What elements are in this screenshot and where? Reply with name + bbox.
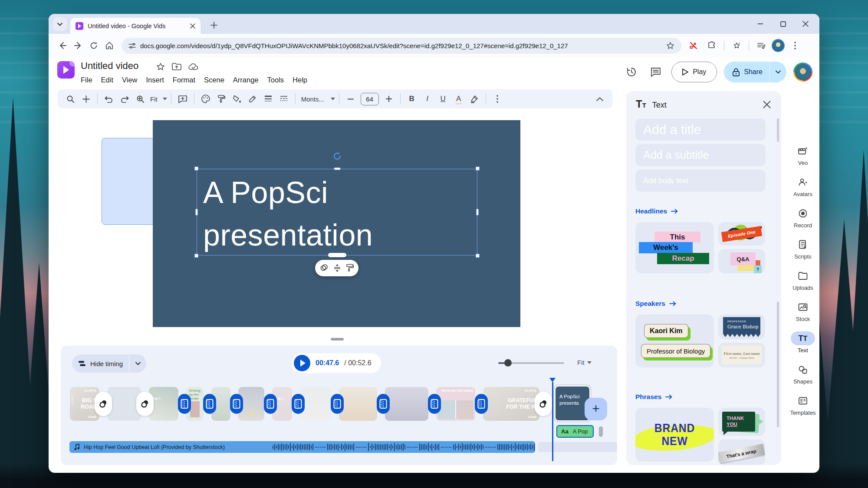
- rail-item-scripts[interactable]: Scripts: [786, 238, 819, 260]
- resize-handle-nw[interactable]: [194, 167, 198, 170]
- menu-tools[interactable]: Tools: [263, 75, 289, 85]
- tab-close-icon[interactable]: [190, 23, 195, 29]
- scene-thumbnail-11[interactable]: Moments that matter: [436, 387, 475, 421]
- headline-qa-template[interactable]: Q&A ?: [718, 249, 765, 273]
- collapse-toolbar-chevron-icon[interactable]: [592, 92, 607, 106]
- dissolve-transition-icon[interactable]: [230, 394, 243, 414]
- highlight-color-icon[interactable]: [467, 92, 482, 106]
- address-bar[interactable]: docs.google.com/videos/d/1ydp_Q8VFdQTHux…: [122, 38, 681, 54]
- share-dropdown-caret-icon[interactable]: [770, 70, 786, 74]
- format-paint-icon[interactable]: [346, 264, 354, 272]
- browser-profile-avatar[interactable]: [772, 39, 785, 52]
- menu-format[interactable]: Format: [168, 75, 200, 85]
- close-window-button[interactable]: [794, 14, 817, 34]
- share-button[interactable]: Share: [724, 62, 786, 82]
- dissolve-transition-icon[interactable]: [428, 394, 441, 414]
- resize-handle-s[interactable]: [328, 253, 346, 257]
- speaker-placeholder-template[interactable]: First name, Last name Job title - Compan…: [718, 343, 765, 367]
- minimize-button[interactable]: [749, 14, 772, 34]
- text-color-button[interactable]: A: [451, 92, 466, 106]
- headlines-section-link[interactable]: Headlines: [635, 207, 678, 215]
- tab-search-chevron-icon[interactable]: [53, 17, 67, 31]
- fade-transition-icon[interactable]: [136, 392, 154, 416]
- italic-button[interactable]: I: [420, 92, 435, 106]
- home-button[interactable]: [102, 38, 117, 53]
- phrase-wrap-template[interactable]: That's a wrap: [718, 439, 765, 465]
- panel-scrollbar[interactable]: [777, 301, 779, 427]
- rail-item-shapes[interactable]: Shapes: [786, 363, 819, 385]
- hide-timing-caret-icon[interactable]: [130, 354, 146, 373]
- star-document-icon[interactable]: [156, 62, 165, 71]
- rail-item-avatars[interactable]: Avatars: [786, 175, 819, 197]
- headline-episode-template[interactable]: Episode One: [718, 222, 765, 246]
- speaker-nametag-template[interactable]: Kaori Kim Professor of Biology: [635, 314, 714, 367]
- timeline-zoom-slider[interactable]: [498, 362, 564, 364]
- zoom-icon[interactable]: [133, 92, 148, 106]
- search-tools-icon[interactable]: [63, 92, 78, 106]
- rail-item-record[interactable]: Record: [786, 206, 819, 229]
- slide-canvas[interactable]: A PopSci presentation: [153, 120, 520, 327]
- cloud-saved-icon[interactable]: [188, 62, 199, 71]
- comments-icon[interactable]: [647, 63, 664, 81]
- border-color-icon[interactable]: [245, 92, 260, 106]
- account-avatar[interactable]: [793, 62, 812, 82]
- new-tab-button[interactable]: [207, 19, 220, 32]
- resize-handle-sw[interactable]: [194, 254, 198, 258]
- scene-thumbnail-9[interactable]: [339, 387, 377, 421]
- close-panel-icon[interactable]: [761, 99, 773, 110]
- border-weight-icon[interactable]: [261, 92, 276, 106]
- resize-handle-n[interactable]: [334, 167, 341, 170]
- dissolve-transition-icon[interactable]: [203, 394, 216, 414]
- bookmark-star-icon[interactable]: [666, 42, 674, 50]
- add-scene-button[interactable]: +: [585, 398, 607, 420]
- add-subtitle-card[interactable]: Add a subtitle: [635, 144, 766, 166]
- fade-transition-icon[interactable]: [95, 392, 112, 416]
- menu-scene[interactable]: Scene: [200, 75, 229, 85]
- browser-tab[interactable]: Untitled video - Google Vids: [70, 18, 201, 34]
- dissolve-transition-icon[interactable]: [475, 394, 488, 414]
- slider-knob[interactable]: [504, 359, 512, 367]
- menu-help[interactable]: Help: [288, 75, 312, 85]
- speakers-section-link[interactable]: Speakers: [635, 300, 676, 308]
- forward-button[interactable]: [70, 38, 86, 53]
- fill-color-icon[interactable]: [230, 92, 244, 106]
- menu-insert[interactable]: Insert: [142, 75, 168, 85]
- font-family-caret-icon[interactable]: [331, 98, 335, 100]
- url-text[interactable]: docs.google.com/videos/d/1ydp_Q8VFdQTHux…: [140, 42, 662, 49]
- zoom-fit-caret-icon[interactable]: [163, 98, 167, 100]
- decrease-font-icon[interactable]: [343, 92, 358, 106]
- phrases-section-link[interactable]: Phrases: [635, 393, 672, 401]
- rail-item-stock[interactable]: Stock: [786, 300, 819, 322]
- adblock-extension-icon[interactable]: [686, 38, 701, 53]
- menu-edit[interactable]: Edit: [97, 75, 118, 85]
- media-playlist-icon[interactable]: [753, 38, 769, 53]
- menu-view[interactable]: View: [118, 75, 141, 85]
- more-options-kebab-icon[interactable]: [490, 92, 505, 106]
- dissolve-transition-icon[interactable]: [377, 394, 390, 414]
- rotate-handle-icon[interactable]: [332, 151, 342, 161]
- add-scene-icon[interactable]: [79, 92, 93, 106]
- scene-thumbnail-2[interactable]: [107, 387, 141, 421]
- back-button[interactable]: [55, 38, 70, 53]
- play-video-button[interactable]: Play: [671, 62, 717, 82]
- increase-font-icon[interactable]: [381, 92, 396, 106]
- animate-effect-icon[interactable]: [320, 264, 329, 272]
- timeline-fit-dropdown[interactable]: Fit: [577, 359, 592, 366]
- speaker-professor-template[interactable]: PROFESSOR Grace Bishop: [718, 314, 765, 339]
- reload-button[interactable]: [86, 38, 102, 53]
- scene-thumbnail-1[interactable]: CLIFFSBIG SROADYEARCOAST: [70, 387, 99, 421]
- playhead[interactable]: [552, 382, 553, 461]
- rail-item-uploads[interactable]: Uploads: [786, 269, 819, 291]
- bookmark-sparkle-icon[interactable]: [729, 38, 744, 53]
- phrase-thank-you-template[interactable]: THANKYOU: [718, 408, 765, 436]
- font-family-select[interactable]: Monts...: [299, 95, 327, 103]
- undo-icon[interactable]: [102, 92, 116, 106]
- underline-button[interactable]: U: [436, 92, 450, 106]
- rail-item-veo[interactable]: Veo: [786, 144, 819, 166]
- font-size-input[interactable]: 64: [361, 93, 379, 105]
- audio-track[interactable]: Hip Hop Feel Good Upbeat Lofi (Provided …: [69, 441, 535, 453]
- phrase-brand-new-template[interactable]: BRANDNEW: [635, 408, 714, 462]
- vertical-spacing-icon[interactable]: [333, 264, 341, 272]
- track-scrollbar[interactable]: [599, 426, 603, 437]
- version-history-icon[interactable]: [623, 63, 640, 81]
